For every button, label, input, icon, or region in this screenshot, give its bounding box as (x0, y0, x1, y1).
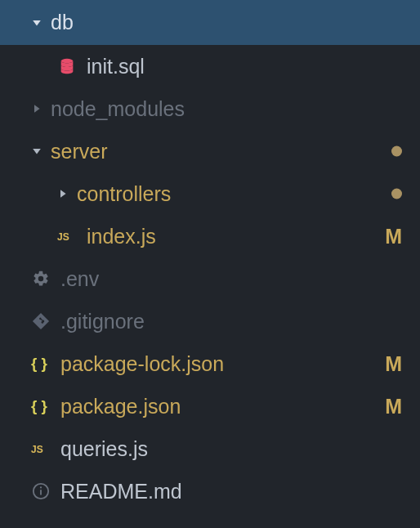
folder-row-db[interactable]: db (0, 0, 420, 45)
chevron-right-icon[interactable] (57, 188, 69, 199)
js-icon: JS (31, 439, 51, 459)
json-icon: { } (31, 354, 51, 374)
file-label: index.js (87, 226, 156, 247)
file-row--env[interactable]: .env (0, 257, 420, 300)
folder-row-node-modules[interactable]: node_modules (0, 87, 420, 130)
svg-text:JS: JS (31, 444, 43, 455)
status-modified: M (385, 352, 402, 376)
json-icon: { } (31, 396, 51, 416)
svg-text:JS: JS (57, 231, 69, 243)
info-icon (31, 481, 51, 501)
file-label: package.json (60, 396, 181, 417)
folder-label: server (51, 141, 107, 162)
file-label: init.sql (87, 56, 145, 77)
file-label: .gitignore (60, 311, 145, 332)
js-icon: JS (57, 226, 77, 246)
file-label: README.md (60, 481, 182, 502)
svg-point-7 (40, 486, 42, 488)
file-row-package-lock-json[interactable]: { }package-lock.jsonM (0, 342, 420, 385)
folder-row-server[interactable]: server (0, 130, 420, 172)
file-label: .env (60, 269, 99, 289)
chevron-down-icon[interactable] (31, 145, 42, 157)
status-dot (391, 189, 402, 199)
git-icon (31, 311, 51, 331)
status-modified: M (385, 395, 402, 418)
svg-text:{ }: { } (31, 397, 48, 414)
svg-point-0 (61, 59, 74, 64)
chevron-down-icon[interactable] (31, 17, 42, 29)
file-row-index-js[interactable]: JSindex.jsM (0, 215, 420, 257)
file-label: queries.js (60, 439, 148, 459)
folder-label: db (51, 12, 74, 33)
gear-icon (31, 269, 51, 289)
file-row-queries-js[interactable]: JSqueries.js (0, 427, 420, 470)
file-label: package-lock.json (60, 354, 224, 374)
folder-label: node_modules (51, 99, 185, 119)
file-explorer[interactable]: dbinit.sqlnode_modulesservercontrollersJ… (0, 0, 420, 528)
status-dot (391, 146, 402, 157)
file-row-package-json[interactable]: { }package.jsonM (0, 385, 420, 427)
file-row-readme-md[interactable]: README.md (0, 470, 420, 512)
chevron-right-icon[interactable] (31, 103, 42, 114)
database-icon (57, 56, 77, 76)
file-row--gitignore[interactable]: .gitignore (0, 300, 420, 342)
folder-row-controllers[interactable]: controllers (0, 172, 420, 215)
folder-label: controllers (77, 184, 171, 204)
svg-text:{ }: { } (31, 355, 48, 372)
status-modified: M (385, 225, 402, 248)
file-row-init-sql[interactable]: init.sql (0, 45, 420, 87)
